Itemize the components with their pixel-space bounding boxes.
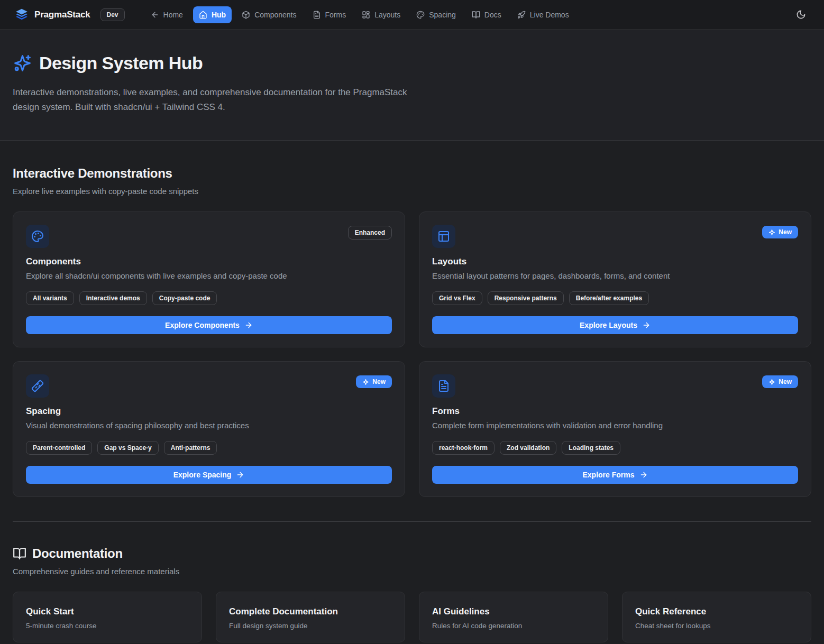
nav-item-live-demos[interactable]: Live Demos [511,6,575,23]
tag: Loading states [562,441,620,455]
nav-item-home[interactable]: Home [145,6,189,23]
badge-label: New [779,378,792,385]
ruler-icon [26,374,49,398]
documentation-section: Documentation Comprehensive guides and r… [0,522,824,644]
palette-icon [416,11,425,19]
button-label: Explore Forms [582,471,634,479]
card-title: Components [26,256,392,267]
panels-top-icon [432,225,455,248]
tag: react-hook-form [432,441,495,455]
card-description: Complete form implementations with valid… [432,421,798,430]
new-badge: New [762,375,798,388]
tag: Grid vs Flex [432,291,482,305]
button-label: Explore Components [165,321,240,329]
hero-section: Design System Hub Interactive demonstrat… [0,30,824,141]
tag: Zod validation [500,441,556,455]
doc-card-complete-documentation[interactable]: Complete Documentation Full design syste… [216,592,405,642]
doc-card-quick-start[interactable]: Quick Start 5-minute crash course [13,592,202,642]
docs-heading: Documentation [32,546,123,561]
nav-item-layouts[interactable]: Layouts [356,6,406,23]
enhanced-badge: Enhanced [348,226,392,240]
button-label: Explore Spacing [173,471,232,479]
tag: Interactive demos [79,291,147,305]
book-open-icon [472,11,480,19]
doc-card-grid: Quick Start 5-minute crash course Comple… [13,592,811,642]
docs-subheading: Comprehensive guides and reference mater… [13,567,811,576]
brand-name: PragmaStack [34,10,90,20]
home-icon [199,11,207,19]
nav-item-docs[interactable]: Docs [466,6,507,23]
badge-label: New [372,378,386,385]
moon-icon [796,10,806,20]
top-nav: PragmaStack Dev Home Hub Components Fo [0,0,824,30]
card-description: Essential layout patterns for pages, das… [432,271,798,280]
tag-row: Grid vs Flex Responsive patterns Before/… [432,291,798,305]
tag: Anti-patterns [164,441,217,455]
tag: Before/after examples [569,291,649,305]
nav-links: Home Hub Components Forms Layouts [145,6,575,23]
card-title: Forms [432,406,798,417]
doc-card-title: Quick Start [26,606,189,617]
card-description: Explore all shadcn/ui components with li… [26,271,392,280]
rocket-icon [517,11,526,19]
nav-item-label: Layouts [374,11,400,19]
sparkles-icon [768,379,775,385]
demos-subheading: Explore live examples with copy-paste co… [13,187,811,196]
layers-logo-icon [15,8,29,22]
demos-heading: Interactive Demonstrations [13,166,811,181]
dev-badge: Dev [100,8,125,21]
doc-card-description: Cheat sheet for lookups [635,622,798,630]
doc-card-description: Rules for AI code generation [432,622,595,630]
arrow-right-icon [244,321,253,329]
doc-card-quick-reference[interactable]: Quick Reference Cheat sheet for lookups [622,592,811,642]
tag: Copy-paste code [152,291,217,305]
file-text-icon [432,374,455,398]
demo-card-layouts: New Layouts Essential layout patterns fo… [419,211,811,347]
arrow-right-icon [639,471,648,479]
theme-toggle-button[interactable] [793,6,809,23]
arrow-right-icon [236,471,244,479]
tag: Parent-controlled [26,441,92,455]
demo-card-forms: New Forms Complete form implementations … [419,361,811,497]
book-open-icon [13,547,26,560]
brand[interactable]: PragmaStack Dev [15,8,125,22]
tag-row: Parent-controlled Gap vs Space-y Anti-pa… [26,441,392,455]
doc-card-title: Quick Reference [635,606,798,617]
new-badge: New [762,226,798,238]
demos-section: Interactive Demonstrations Explore live … [0,141,824,497]
card-title: Layouts [432,256,798,267]
sparkles-icon [13,53,32,73]
explore-components-button[interactable]: Explore Components [26,316,392,334]
new-badge: New [356,375,392,388]
nav-item-components[interactable]: Components [236,6,302,23]
doc-card-title: AI Guidelines [432,606,595,617]
doc-card-ai-guidelines[interactable]: AI Guidelines Rules for AI code generati… [419,592,608,642]
doc-card-title: Complete Documentation [229,606,392,617]
nav-item-spacing[interactable]: Spacing [410,6,462,23]
tag: Responsive patterns [488,291,564,305]
palette-icon [26,225,49,248]
explore-layouts-button[interactable]: Explore Layouts [432,316,798,334]
nav-item-forms[interactable]: Forms [307,6,352,23]
doc-card-description: 5-minute crash course [26,622,189,630]
nav-item-hub[interactable]: Hub [193,6,232,23]
badge-label: New [779,228,792,236]
sparkles-icon [768,229,775,236]
explore-spacing-button[interactable]: Explore Spacing [26,466,392,484]
page-title: Design System Hub [39,53,203,73]
layout-dashboard-icon [362,11,370,19]
button-label: Explore Layouts [580,321,637,329]
nav-item-label: Live Demos [530,11,569,19]
arrow-right-icon [642,321,651,329]
sparkles-icon [362,379,369,385]
demo-card-components: Enhanced Components Explore all shadcn/u… [13,211,405,347]
nav-item-label: Forms [325,11,346,19]
demo-card-grid: Enhanced Components Explore all shadcn/u… [13,211,811,497]
arrow-left-icon [151,11,159,19]
card-title: Spacing [26,406,392,417]
tag: All variants [26,291,74,305]
explore-forms-button[interactable]: Explore Forms [432,466,798,484]
doc-card-description: Full design system guide [229,622,392,630]
card-description: Visual demonstrations of spacing philoso… [26,421,392,430]
demo-card-spacing: New Spacing Visual demonstrations of spa… [13,361,405,497]
